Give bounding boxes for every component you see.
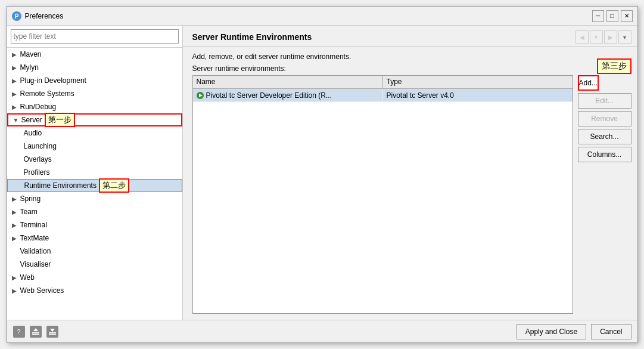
sidebar-item-visualiser[interactable]: ▶ Visualiser bbox=[7, 258, 182, 271]
sidebar-item-team[interactable]: ▶ Team bbox=[7, 205, 182, 218]
right-body: Add, remove, or edit server runtime envi… bbox=[183, 47, 637, 320]
sidebar-item-label: Validation bbox=[20, 247, 51, 255]
sidebar-item-label: Team bbox=[20, 208, 38, 216]
sidebar-item-server[interactable]: ▼ Server 第一步 bbox=[7, 113, 182, 126]
sidebar-item-label: Overlays bbox=[24, 155, 52, 163]
action-buttons: 第三步 Add... Edit... Remove Search... Colu… bbox=[578, 75, 631, 314]
sidebar-item-validation[interactable]: ▶ Validation bbox=[7, 245, 182, 258]
svg-rect-5 bbox=[32, 334, 39, 335]
sidebar-item-label: Audio bbox=[24, 129, 42, 137]
svg-rect-4 bbox=[32, 332, 39, 333]
bottom-left: ? bbox=[13, 326, 58, 338]
bottom-right: Apply and Close Cancel bbox=[517, 324, 631, 339]
sidebar-item-textmate[interactable]: ▶ TextMate bbox=[7, 231, 182, 245]
arrow-icon: ▶ bbox=[12, 288, 20, 294]
help-icon[interactable]: ? bbox=[13, 326, 25, 338]
sidebar-item-runtime-environments[interactable]: Runtime Environments 第二步 bbox=[7, 179, 182, 192]
svg-marker-6 bbox=[33, 328, 38, 331]
step3-annotation: 第三步 bbox=[597, 58, 631, 74]
sidebar-item-web-services[interactable]: ▶ Web Services bbox=[7, 284, 182, 297]
sidebar-item-maven[interactable]: ▶ Maven bbox=[7, 48, 182, 61]
svg-rect-7 bbox=[49, 332, 56, 333]
table-cell-type: Pivotal tc Server v4.0 bbox=[383, 90, 573, 101]
arrow-icon: ▼ bbox=[13, 117, 21, 123]
table-body: Pivotal tc Server Developer Edition (R..… bbox=[193, 89, 573, 313]
arrow-icon: ▶ bbox=[12, 78, 20, 84]
right-header: Server Runtime Environments ◀ ▾ ▶ ▾ bbox=[183, 26, 637, 47]
sidebar-item-spring[interactable]: ▶ Spring bbox=[7, 192, 182, 205]
sidebar-item-label: Run/Debug bbox=[20, 103, 57, 111]
window-title: Preferences bbox=[25, 12, 64, 20]
sub-label: Server runtime environments: bbox=[192, 64, 631, 73]
sidebar-item-label: Visualiser bbox=[20, 260, 51, 268]
import-icon[interactable] bbox=[46, 326, 58, 338]
nav-forward-button[interactable]: ▶ bbox=[604, 30, 617, 44]
right-panel: Server Runtime Environments ◀ ▾ ▶ ▾ Add,… bbox=[183, 26, 637, 320]
sidebar-item-remote-systems[interactable]: ▶ Remote Systems bbox=[7, 87, 182, 100]
minimize-button[interactable]: ─ bbox=[592, 10, 604, 22]
export-icon[interactable] bbox=[30, 326, 42, 338]
sidebar-item-terminal[interactable]: ▶ Terminal bbox=[7, 218, 182, 231]
arrow-icon: ▶ bbox=[12, 274, 20, 281]
columns-button[interactable]: Columns... bbox=[578, 147, 631, 162]
nav-forward-dropdown[interactable]: ▾ bbox=[618, 30, 631, 44]
nav-back-button[interactable]: ◀ bbox=[575, 30, 589, 44]
title-controls: ─ □ ✕ bbox=[592, 10, 633, 22]
nav-back-dropdown[interactable]: ▾ bbox=[590, 30, 603, 44]
arrow-icon: ▶ bbox=[12, 209, 20, 215]
sidebar-item-label: Terminal bbox=[20, 221, 47, 229]
sidebar-item-mylyn[interactable]: ▶ Mylyn bbox=[7, 61, 182, 74]
sidebar-item-label: Profilers bbox=[24, 168, 50, 177]
table-row[interactable]: Pivotal tc Server Developer Edition (R..… bbox=[193, 89, 573, 102]
svg-text:P: P bbox=[14, 13, 18, 20]
close-button[interactable]: ✕ bbox=[621, 10, 633, 22]
maximize-button[interactable]: □ bbox=[606, 10, 618, 22]
server-name: Pivotal tc Server Developer Edition (R..… bbox=[206, 91, 332, 100]
bottom-bar: ? Apply and Close Cancel bbox=[7, 320, 637, 342]
main-content: ▶ Maven ▶ Mylyn ▶ Plug-in Development ▶ … bbox=[7, 26, 637, 320]
sidebar-item-launching[interactable]: Launching bbox=[7, 140, 182, 153]
arrow-icon: ▶ bbox=[12, 222, 20, 228]
sidebar-item-audio[interactable]: Audio bbox=[7, 126, 182, 140]
sidebar-item-label: Remote Systems bbox=[20, 89, 74, 98]
svg-marker-9 bbox=[50, 329, 55, 332]
panel-title: Server Runtime Environments bbox=[192, 32, 312, 42]
description-text: Add, remove, or edit server runtime envi… bbox=[192, 52, 631, 61]
table-cell-name: Pivotal tc Server Developer Edition (R..… bbox=[193, 90, 383, 101]
arrow-icon: ▶ bbox=[12, 51, 20, 58]
edit-button[interactable]: Edit... bbox=[578, 93, 631, 109]
arrow-icon: ▶ bbox=[12, 104, 20, 110]
sidebar-item-label: Maven bbox=[20, 50, 42, 58]
sidebar-item-plugin-dev[interactable]: ▶ Plug-in Development bbox=[7, 74, 182, 87]
preferences-window: P Preferences ─ □ ✕ ▶ Maven bbox=[7, 6, 638, 343]
svg-rect-8 bbox=[49, 334, 56, 335]
add-button[interactable]: Add... bbox=[578, 75, 599, 91]
title-bar: P Preferences ─ □ ✕ bbox=[7, 7, 637, 26]
arrow-icon: ▶ bbox=[12, 235, 20, 242]
app-icon: P bbox=[12, 11, 21, 21]
tree-area: ▶ Maven ▶ Mylyn ▶ Plug-in Development ▶ … bbox=[7, 48, 182, 320]
sidebar-item-run-debug[interactable]: ▶ Run/Debug bbox=[7, 100, 182, 113]
search-button[interactable]: Search... bbox=[578, 129, 631, 144]
sidebar-item-profilers[interactable]: Profilers bbox=[7, 166, 182, 179]
sidebar-item-label: Mylyn bbox=[20, 63, 39, 72]
apply-close-button[interactable]: Apply and Close bbox=[517, 324, 586, 339]
sidebar-item-label: TextMate bbox=[20, 234, 49, 242]
sidebar-item-label: Runtime Environments bbox=[24, 181, 97, 190]
sidebar-item-label: Web bbox=[20, 273, 35, 282]
sidebar-item-web[interactable]: ▶ Web bbox=[7, 271, 182, 284]
step1-annotation: 第一步 bbox=[45, 113, 75, 127]
filter-input[interactable] bbox=[11, 29, 179, 44]
remove-button[interactable]: Remove bbox=[578, 111, 631, 126]
nav-arrows: ◀ ▾ ▶ ▾ bbox=[575, 30, 631, 44]
table-and-buttons: Name Type bbox=[192, 75, 631, 314]
sidebar: ▶ Maven ▶ Mylyn ▶ Plug-in Development ▶ … bbox=[7, 26, 183, 320]
sidebar-item-overlays[interactable]: Overlays bbox=[7, 153, 182, 166]
arrow-icon: ▶ bbox=[12, 196, 20, 202]
sidebar-item-label: Spring bbox=[20, 194, 41, 203]
table-header: Name Type bbox=[193, 76, 573, 89]
filter-input-wrap bbox=[7, 26, 182, 48]
server-icon bbox=[197, 92, 204, 99]
arrow-icon: ▶ bbox=[12, 64, 20, 71]
cancel-button[interactable]: Cancel bbox=[591, 324, 631, 339]
